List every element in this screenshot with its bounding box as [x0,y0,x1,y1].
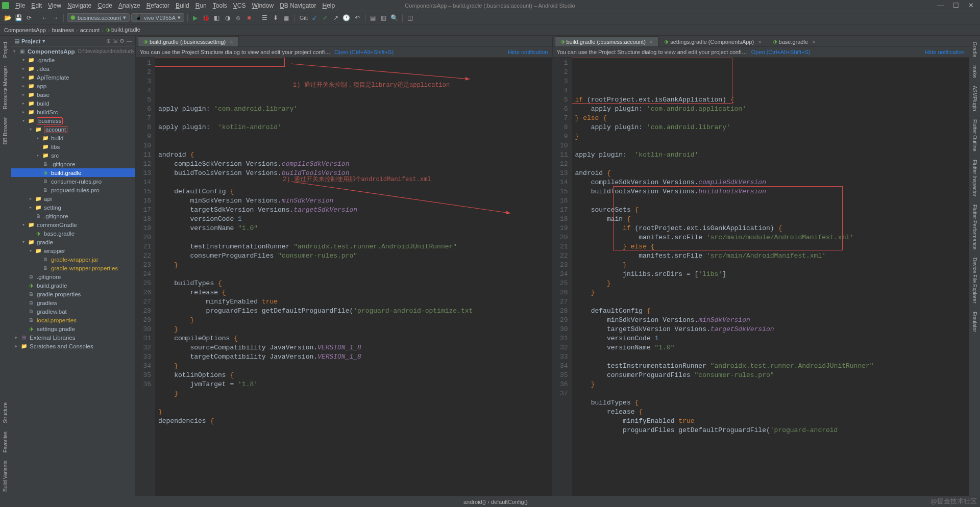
tree-item-wrapper[interactable]: ▾📁wrapper [11,246,135,255]
project-tree[interactable]: ▾▣ComponentsAppD:\develop\android\study▾… [11,47,135,496]
code-area-left[interactable]: 1234567891011121314151617181920212223242… [136,58,552,496]
notice-open-link[interactable]: Open (Ctrl+Alt+Shift+S) [334,49,394,55]
breadcrumb-item[interactable]: account [80,27,100,33]
tree-item-external-libraries[interactable]: ▸⊞External Libraries [11,333,135,342]
tree-item-build-gradle[interactable]: ⬗build.gradle [11,281,135,290]
debug-icon[interactable]: 🐞 [202,13,211,22]
menu-build[interactable]: Build [173,1,192,10]
tree-item-base-gradle[interactable]: ⬗base.gradle [11,229,135,238]
code-left[interactable]: 1) 通过开关来控制，项目是library还是application 2) 通过… [155,58,552,496]
maximize-icon[interactable]: ☐ [953,2,959,9]
sync-icon[interactable]: ⟳ [24,13,34,22]
right-tab-flutter-performance[interactable]: Flutter Performance [971,200,978,253]
tree-item-business[interactable]: ▾📁business [11,116,135,125]
tree-item-libs[interactable]: 📁libs [11,142,135,151]
git-push-icon[interactable]: ↗ [331,13,340,22]
tab-close-icon[interactable]: × [230,39,233,45]
menu-db-navigator[interactable]: DB Navigator [277,1,319,10]
hide-icon[interactable]: — [127,38,132,44]
tree-item-base[interactable]: ▸📁base [11,90,135,99]
right-tab-gradle[interactable]: Gradle [971,38,978,61]
right-tab-flutter-inspector[interactable]: Flutter Inspector [971,156,978,200]
save-icon[interactable]: 💾 [14,13,23,22]
menu-edit[interactable]: Edit [28,1,45,10]
right-tab-make[interactable]: make [971,61,978,82]
profile-icon[interactable]: ◧ [212,13,222,22]
tree-item-gradle-wrapper-properties[interactable]: 🗎gradle-wrapper.properties [11,264,135,272]
back-icon[interactable]: ← [40,13,50,22]
tree-item-gradlew[interactable]: 🗎gradlew [11,298,135,307]
tree-root[interactable]: ▾▣ComponentsAppD:\develop\android\study [11,47,135,56]
tree-item-app[interactable]: ▸📁app [11,82,135,90]
tree-item-commongradle[interactable]: ▾📁commonGradle [11,220,135,229]
tree-item--gitignore[interactable]: 🗎.gitignore [11,160,135,168]
tree-item-proguard-rules-pro[interactable]: 🗎proguard-rules.pro [11,186,135,194]
tree-item--gradle[interactable]: ▾📁.gradle [11,56,135,64]
menu-window[interactable]: Window [249,1,277,10]
menu-file[interactable]: File [12,1,28,10]
tab-close-icon[interactable]: × [812,39,815,45]
git-update-icon[interactable]: ↙ [310,13,319,22]
avd-icon[interactable]: ☰ [260,13,270,22]
collapse-icon[interactable]: ⇲ [113,38,117,44]
tree-item-gradlew-bat[interactable]: 🗎gradlew.bat [11,307,135,316]
forward-icon[interactable]: → [51,13,60,22]
right-tab-device-file-explorer[interactable]: Device File Explorer [971,253,978,307]
tab-close-icon[interactable]: × [758,39,761,45]
left-tab-structure[interactable]: Structure [2,398,9,427]
editor-tab[interactable]: ⬗base.gradle× [767,36,821,46]
tree-item-scratches-and-consoles[interactable]: ▸📁Scratches and Consoles [11,342,135,350]
tree-item-gradle[interactable]: ▾📁gradle [11,238,135,246]
tool2-icon[interactable]: ▥ [379,13,388,22]
target-icon[interactable]: ⊕ [106,38,111,44]
sdk-icon[interactable]: ⬇ [271,13,280,22]
tree-item-build-gradle[interactable]: ⬗build.gradle [11,168,135,177]
breadcrumb-item[interactable]: ⬗ build.gradle [106,27,140,33]
git-commit-icon[interactable]: ✓ [321,13,330,22]
tree-item-apitemplate[interactable]: ▸📁ApiTemplate [11,73,135,82]
git-history-icon[interactable]: 🕐 [342,13,351,22]
menu-run[interactable]: Run [192,1,210,10]
minimize-icon[interactable]: — [937,2,944,9]
search-icon[interactable]: 🔍 [390,13,399,22]
tree-item--gitignore[interactable]: 🗎.gitignore [11,212,135,220]
device-combo[interactable]: 📱vivo V1955A▾ [131,13,184,22]
menu-vcs[interactable]: VCS [230,1,249,10]
run-icon[interactable]: ▶ [191,13,200,22]
editor-tab[interactable]: ⬗build.gradle (:business:account)× [555,36,659,46]
tree-item--idea[interactable]: ▸📁.idea [11,64,135,73]
breadcrumb-item[interactable]: business [52,27,74,33]
db-icon[interactable]: ▤ [369,13,378,22]
tree-item-gradle-properties[interactable]: 🗎gradle.properties [11,290,135,298]
menu-view[interactable]: View [45,1,64,10]
notice-open-link[interactable]: Open (Ctrl+Alt+Shift+S) [751,49,811,55]
tree-item-src[interactable]: ▸📁src [11,151,135,160]
left-tab-build-variants[interactable]: Build Variants [2,457,9,496]
editor-tab[interactable]: ⬗settings.gradle (ComponentsApp)× [658,36,767,46]
left-tab-project[interactable]: Project [2,38,9,62]
menu-refactor[interactable]: Refactor [143,1,173,10]
coverage-icon[interactable]: ◑ [223,13,232,22]
right-tab-asmplugin[interactable]: ASMPlugin [971,82,978,115]
close-icon[interactable]: ✕ [968,2,974,9]
left-tab-resource-manager[interactable]: Resource Manager [2,62,9,113]
editor-tab[interactable]: ⬗build.gradle (:business:setting)× [138,36,239,46]
left-tab-db-browser[interactable]: DB Browser [2,113,9,148]
tree-item-setting[interactable]: ▸📁setting [11,203,135,212]
tree-item-build[interactable]: ▸📁build [11,134,135,142]
right-tab-flutter-outline[interactable]: Flutter Outline [971,115,978,156]
tree-item-account[interactable]: ▾📁account [11,125,135,134]
gear-icon[interactable]: ⚙ [119,38,125,44]
git-revert-icon[interactable]: ↶ [353,13,362,22]
code-right[interactable]: if (rootProject.ext.isGankApplication) {… [572,58,969,496]
code-area-right[interactable]: 1234567891011121314151617181920212223242… [553,58,969,496]
left-tab-favorites[interactable]: Favorites [2,427,9,457]
notice-hide-link[interactable]: Hide notification [508,49,548,55]
module-combo[interactable]: ⬣business.account▾ [67,13,130,22]
right-tab-emulator[interactable]: Emulator [971,308,978,336]
tree-item-settings-gradle[interactable]: ⬗settings.gradle [11,324,135,333]
tree-item--gitignore[interactable]: 🗎.gitignore [11,272,135,281]
tree-item-consumer-rules-pro[interactable]: 🗎consumer-rules.pro [11,177,135,186]
menu-help[interactable]: Help [320,1,338,10]
stop-icon[interactable]: ■ [244,13,254,22]
